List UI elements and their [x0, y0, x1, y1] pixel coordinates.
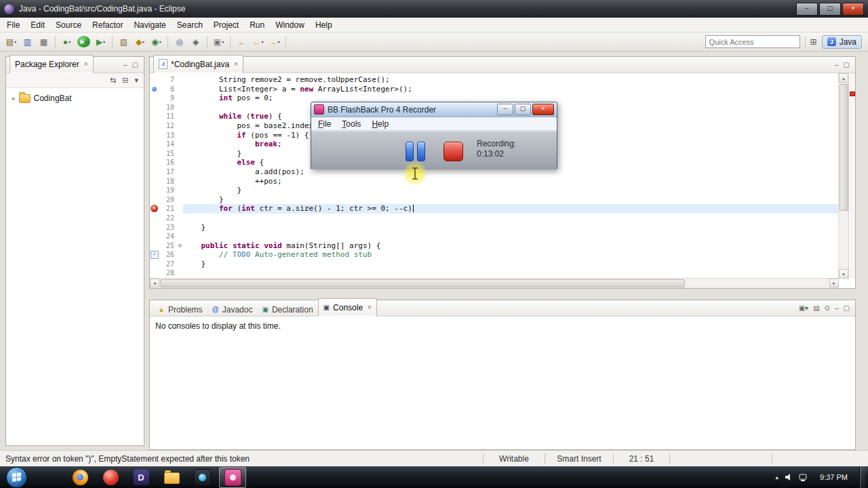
last-edit-location-icon[interactable]: ← — [234, 35, 250, 49]
start-button[interactable] — [6, 467, 27, 488]
error-marker-icon[interactable]: × — [151, 205, 158, 212]
new-package-icon[interactable]: ◆▾ — [132, 35, 148, 49]
taskbar-opera-icon[interactable] — [97, 467, 124, 488]
menu-source[interactable]: Source — [50, 18, 87, 32]
open-console-icon[interactable]: ▣▾ — [799, 305, 808, 312]
scroll-up-icon[interactable]: ▲ — [839, 73, 848, 83]
code-line[interactable]: 20 } — [150, 195, 839, 205]
quick-access-input[interactable] — [705, 35, 800, 48]
view-menu-icon[interactable]: ▾ — [134, 77, 138, 84]
window-maximize-button[interactable]: ▢ — [819, 3, 841, 16]
menu-navigate[interactable]: Navigate — [128, 18, 171, 32]
taskbar-app-d-icon[interactable]: D — [127, 467, 155, 488]
code-line[interactable]: 25⊖ public static void main(String[] arg… — [150, 241, 839, 251]
tree-item-codingbat[interactable]: ▸ CodingBat — [9, 92, 141, 104]
maximize-view-icon[interactable]: ▢ — [844, 62, 850, 68]
new-class-icon[interactable]: ◉▾ — [149, 35, 164, 49]
taskbar-firefox-icon[interactable] — [66, 467, 94, 488]
open-type-icon[interactable]: ◎ — [172, 35, 187, 49]
external-tools-icon[interactable]: ▶▾ — [93, 35, 108, 49]
minimize-view-icon[interactable]: – — [123, 62, 127, 68]
recorder-close-button[interactable]: × — [532, 104, 554, 115]
close-tab-icon[interactable]: × — [368, 304, 372, 311]
scroll-right-icon[interactable]: ► — [829, 279, 839, 287]
scroll-left-icon[interactable]: ◄ — [150, 279, 159, 287]
info-marker-icon[interactable] — [152, 87, 157, 92]
task-marker-icon[interactable]: ✓ — [151, 251, 159, 259]
menu-window[interactable]: Window — [270, 18, 310, 32]
maximize-view-icon[interactable]: ▢ — [844, 305, 850, 312]
code-line[interactable]: 24 — [150, 232, 839, 241]
menu-file[interactable]: File — [1, 18, 25, 32]
link-with-editor-icon[interactable]: ⇆ — [110, 77, 116, 84]
new-wizard-icon[interactable]: ▤▾ — [3, 35, 19, 49]
fold-collapse-icon[interactable]: ⊖ — [177, 241, 183, 251]
save-icon[interactable]: ▥ — [20, 35, 35, 49]
pause-recording-button[interactable] — [406, 142, 425, 161]
tab-javadoc[interactable]: @Javadoc — [208, 304, 258, 316]
speaker-icon[interactable] — [785, 473, 793, 481]
pin-console-icon[interactable]: ⊙ — [825, 305, 830, 312]
recorder-maximize-button[interactable]: ▢ — [515, 104, 531, 115]
scroll-down-icon[interactable]: ▼ — [839, 269, 848, 279]
overview-ruler[interactable] — [848, 73, 855, 279]
menu-refactor[interactable]: Refactor — [87, 18, 128, 32]
stop-recording-button[interactable] — [443, 142, 463, 161]
close-tab-icon[interactable]: × — [84, 61, 88, 68]
code-line[interactable]: 7 String remove2 = remove.toUpperCase(); — [150, 75, 839, 85]
menu-help[interactable]: Help — [310, 18, 338, 32]
show-desktop-button[interactable] — [859, 466, 867, 488]
code-line[interactable]: 19 } — [150, 186, 839, 195]
window-close-button[interactable]: × — [842, 3, 864, 16]
debug-icon[interactable]: ●▾ — [59, 35, 75, 49]
code-line[interactable]: 27 } — [150, 260, 839, 269]
menu-run[interactable]: Run — [244, 18, 270, 32]
forward-icon[interactable]: →▾ — [267, 35, 282, 49]
tab-problems[interactable]: ▲Problems — [153, 304, 208, 316]
new-java-project-icon[interactable]: ▧ — [116, 35, 132, 49]
search-icon[interactable]: ◈ — [188, 35, 203, 49]
mark-occurrences-icon[interactable]: ▣▾ — [211, 35, 226, 49]
recorder-menu-file[interactable]: File — [313, 119, 336, 129]
horizontal-scrollbar-thumb[interactable] — [160, 279, 685, 287]
vertical-scrollbar[interactable]: ▲ ▼ — [838, 73, 849, 279]
recorder-minimize-button[interactable]: – — [497, 104, 513, 115]
tab-console[interactable]: ▣Console× — [318, 298, 377, 317]
display-selected-console-icon[interactable]: ▤ — [813, 305, 819, 312]
menu-search[interactable]: Search — [172, 18, 208, 32]
minimize-view-icon[interactable]: – — [835, 62, 839, 68]
minimize-view-icon[interactable]: – — [835, 305, 839, 312]
code-line[interactable]: 22 — [150, 214, 839, 223]
tab-declaration[interactable]: ▣Declaration — [257, 304, 317, 316]
code-line[interactable]: ✓26 // TODO Auto-generated method stub — [150, 250, 839, 260]
taskbar-flashback-icon[interactable] — [219, 467, 246, 488]
print-icon[interactable]: ▦ — [36, 35, 52, 49]
recorder-titlebar[interactable]: BB FlashBack Pro 4 Recorder – ▢ × — [311, 102, 557, 117]
run-icon[interactable]: ▶▾ — [77, 36, 90, 47]
maximize-view-icon[interactable]: ▢ — [132, 62, 138, 68]
taskbar-media-player-icon[interactable] — [189, 467, 216, 488]
code-line[interactable]: 18 ++pos; — [150, 177, 839, 186]
tab-codingbat-java[interactable]: J *CodingBat.java × — [153, 55, 243, 73]
close-tab-icon[interactable]: × — [234, 61, 238, 68]
show-hidden-icons-chevron[interactable]: ▴ — [776, 474, 779, 481]
open-perspective-icon[interactable]: ⊞ — [810, 38, 817, 46]
code-line[interactable]: 28 — [150, 268, 839, 278]
window-minimize-button[interactable]: – — [796, 3, 818, 16]
taskbar-clock[interactable]: 9:37 PM — [814, 473, 853, 481]
collapse-all-icon[interactable]: ⊟ — [122, 77, 128, 84]
expander-icon[interactable]: ▸ — [12, 96, 16, 102]
code-line[interactable]: 8 List<Integer> a = new ArrayList<Intege… — [150, 85, 839, 94]
menu-edit[interactable]: Edit — [25, 18, 50, 32]
code-line[interactable]: 23 } — [150, 223, 839, 232]
back-icon[interactable]: ←▾ — [250, 35, 266, 49]
vertical-scrollbar-thumb[interactable] — [840, 84, 848, 211]
error-overview-marker[interactable] — [850, 92, 855, 96]
code-line[interactable]: ×21 for (int ctr = a.size() - 1; ctr >= … — [150, 204, 839, 214]
recorder-menu-help[interactable]: Help — [367, 119, 393, 129]
recorder-menu-tools[interactable]: Tools — [337, 119, 366, 129]
tab-package-explorer[interactable]: Package Explorer × — [9, 55, 94, 73]
network-icon[interactable] — [799, 474, 808, 481]
java-perspective-button[interactable]: J Java — [822, 35, 862, 49]
menu-project[interactable]: Project — [208, 18, 244, 32]
